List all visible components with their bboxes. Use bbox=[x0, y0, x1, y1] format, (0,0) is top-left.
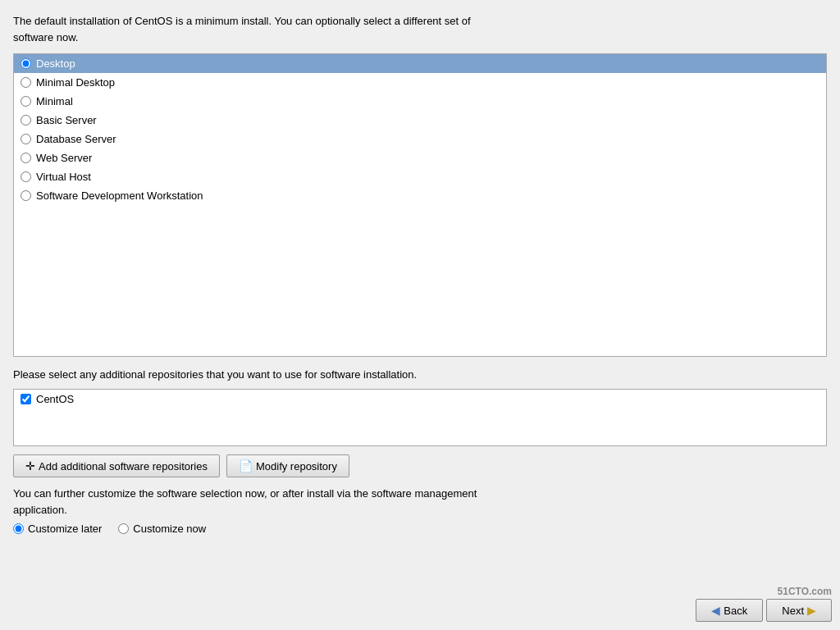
modify-repo-label: Modify repository bbox=[256, 460, 337, 472]
repo-label-centos: CentOS bbox=[36, 393, 74, 405]
next-label: Next bbox=[782, 605, 804, 617]
add-icon: ✛ bbox=[25, 459, 35, 472]
radio-label-database-server: Database Server bbox=[36, 133, 116, 145]
back-button[interactable]: ◀ Back bbox=[696, 599, 763, 622]
radio-customize-later[interactable] bbox=[13, 523, 24, 534]
radio-label-minimal-desktop: Minimal Desktop bbox=[36, 76, 115, 89]
main-container: The default installation of CentOS is a … bbox=[0, 0, 840, 630]
repo-list-box: CentOS bbox=[13, 389, 827, 446]
nav-buttons: ◀ Back Next ▶ bbox=[696, 599, 832, 622]
back-label: Back bbox=[724, 605, 747, 617]
radio-label-virtual-host: Virtual Host bbox=[36, 171, 91, 183]
software-list-box: Desktop Minimal Desktop Minimal Basic Se… bbox=[13, 53, 827, 357]
add-repo-button[interactable]: ✛ Add additional software repositories bbox=[13, 454, 220, 477]
radio-item-minimal-desktop[interactable]: Minimal Desktop bbox=[14, 73, 826, 92]
customize-later-option[interactable]: Customize later bbox=[13, 523, 102, 535]
next-button[interactable]: Next ▶ bbox=[766, 599, 832, 622]
radio-item-desktop[interactable]: Desktop bbox=[14, 54, 826, 73]
repo-section-label: Please select any additional repositorie… bbox=[13, 368, 827, 381]
next-arrow-icon: ▶ bbox=[807, 604, 816, 617]
customize-options: Customize later Customize now bbox=[13, 523, 827, 535]
radio-label-minimal: Minimal bbox=[36, 95, 73, 107]
radio-web-server[interactable] bbox=[21, 153, 31, 163]
modify-repo-button[interactable]: 📄 Modify repository bbox=[226, 454, 349, 477]
radio-database-server[interactable] bbox=[21, 134, 31, 144]
radio-customize-now[interactable] bbox=[118, 523, 129, 534]
customize-now-option[interactable]: Customize now bbox=[118, 523, 206, 535]
modify-icon: 📄 bbox=[239, 459, 253, 472]
radio-item-virtual-host[interactable]: Virtual Host bbox=[14, 167, 826, 186]
radio-desktop[interactable] bbox=[21, 58, 31, 69]
radio-virtual-host[interactable] bbox=[21, 171, 31, 182]
radio-label-web-server: Web Server bbox=[36, 152, 92, 164]
back-arrow-icon: ◀ bbox=[711, 604, 720, 617]
radio-basic-server[interactable] bbox=[21, 115, 31, 126]
radio-minimal-desktop[interactable] bbox=[21, 77, 31, 88]
customize-section: You can further customize the software s… bbox=[13, 486, 827, 535]
add-repo-label: Add additional software repositories bbox=[39, 460, 208, 472]
customize-text: You can further customize the software s… bbox=[13, 486, 481, 518]
radio-item-minimal[interactable]: Minimal bbox=[14, 92, 826, 111]
radio-minimal[interactable] bbox=[21, 96, 31, 107]
repo-checkbox-centos[interactable] bbox=[21, 394, 31, 404]
watermark: 51CTO.com bbox=[778, 586, 832, 597]
radio-software-dev[interactable] bbox=[21, 190, 31, 201]
radio-item-software-dev[interactable]: Software Development Workstation bbox=[14, 186, 826, 205]
radio-label-software-dev: Software Development Workstation bbox=[36, 189, 203, 202]
repo-item-centos[interactable]: CentOS bbox=[21, 393, 819, 405]
radio-label-desktop: Desktop bbox=[36, 57, 75, 70]
customize-later-label: Customize later bbox=[28, 523, 102, 535]
radio-item-basic-server[interactable]: Basic Server bbox=[14, 111, 826, 130]
radio-label-basic-server: Basic Server bbox=[36, 114, 97, 126]
buttons-row: ✛ Add additional software repositories 📄… bbox=[13, 454, 827, 477]
radio-item-web-server[interactable]: Web Server bbox=[14, 148, 826, 167]
radio-item-database-server[interactable]: Database Server bbox=[14, 130, 826, 148]
customize-now-label: Customize now bbox=[133, 523, 206, 535]
intro-text: The default installation of CentOS is a … bbox=[13, 13, 481, 45]
